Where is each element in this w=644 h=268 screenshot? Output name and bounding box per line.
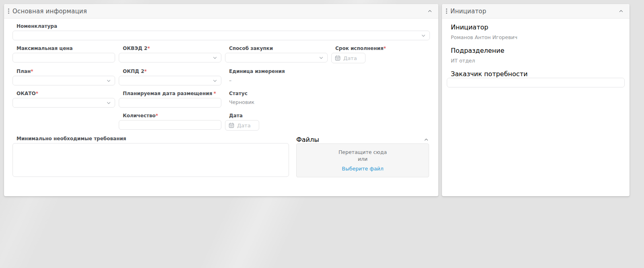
field-max-price: Максимальная цена [12, 46, 115, 63]
planned-date-input[interactable] [119, 98, 221, 108]
panel-initiator: Инициатор Инициатор Романов Антон Игорев… [442, 4, 630, 196]
field-plan: План* [12, 69, 115, 85]
date-input[interactable]: Дата [225, 120, 259, 131]
drag-handle-icon[interactable] [446, 8, 447, 14]
date-placeholder: Дата [343, 55, 357, 61]
department-label: Подразделение [451, 47, 504, 54]
purchase-method-label: Способ закупки [229, 46, 328, 51]
date-placeholder: Дата [237, 123, 251, 129]
dropzone-text-line1: Перетащите сюда [339, 149, 387, 156]
okato-label: ОКАТО* [17, 91, 115, 96]
panel-initiator-header: Инициатор [442, 4, 630, 19]
field-purchase-method: Способ закупки [225, 46, 328, 63]
min-requirements-textarea[interactable] [12, 143, 289, 177]
panel-main-info: Основная информация Номенклатура Максима… [4, 4, 438, 196]
max-price-input[interactable] [12, 53, 115, 62]
chevron-down-icon [212, 78, 218, 83]
field-okved2: ОКВЭД 2* [119, 46, 221, 63]
field-status: Статус Черновик [225, 91, 328, 108]
status-label: Статус [229, 91, 328, 96]
panel-initiator-body: Инициатор Романов Антон Игоревич Подразд… [442, 19, 630, 87]
choose-file-link[interactable]: Выберите файл [342, 166, 383, 172]
field-unit: Единица измерения – [225, 69, 328, 85]
department-value: ИТ отдел [451, 58, 625, 64]
customer-input[interactable] [447, 78, 625, 87]
date-label: Дата [229, 113, 328, 118]
field-okpd2: ОКПД 2* [119, 69, 221, 85]
okato-select[interactable] [12, 98, 115, 108]
chevron-down-icon [421, 33, 426, 38]
min-requirements-label: Минимально необходимые требования [17, 136, 289, 141]
panel-main-body: Номенклатура Максимальная цена ОКВЭД 2* [4, 19, 438, 179]
chevron-down-icon [106, 100, 111, 106]
chevron-down-icon [106, 78, 111, 83]
calendar-icon [229, 123, 234, 128]
field-customer: Заказчик потребности [447, 70, 625, 87]
files-group: Файлы Перетащите сюда или Выберите файл [296, 136, 429, 179]
field-okato: ОКАТО* [12, 91, 115, 108]
nomenclature-label: Номенклатура [17, 23, 430, 29]
execution-deadline-date-input[interactable]: Дата [331, 53, 365, 63]
field-initiator-name: Инициатор Романов Антон Игоревич [447, 23, 625, 40]
field-min-requirements: Минимально необходимые требования [12, 136, 289, 179]
dropzone-text-line2: или [358, 156, 367, 163]
field-department: Подразделение ИТ отдел [447, 47, 625, 64]
okpd2-label: ОКПД 2* [123, 69, 221, 74]
plan-select[interactable] [12, 76, 115, 85]
drag-handle-icon[interactable] [8, 8, 9, 14]
field-date: Дата Дата [225, 113, 328, 131]
panel-initiator-collapse-chevron-up-icon[interactable] [618, 8, 624, 14]
panel-main-header: Основная информация [4, 4, 438, 19]
plan-label: План* [17, 69, 115, 74]
unit-label: Единица измерения [229, 69, 328, 74]
initiator-name-value: Романов Антон Игоревич [451, 34, 625, 40]
execution-deadline-label: Срок исполнения* [335, 46, 434, 51]
quantity-label: Количество* [123, 113, 221, 118]
chevron-down-icon [318, 55, 324, 60]
okved2-label: ОКВЭД 2* [123, 46, 221, 51]
panel-main-title: Основная информация [12, 8, 427, 15]
field-nomenclature: Номенклатура [12, 23, 430, 40]
panel-initiator-title: Инициатор [450, 8, 618, 15]
okved2-select[interactable] [119, 53, 221, 62]
files-collapse-chevron-up-icon[interactable] [423, 137, 429, 143]
field-execution-deadline: Срок исполнения* Дата [331, 46, 434, 63]
chevron-down-icon [212, 55, 218, 60]
field-quantity: Количество* [119, 113, 221, 131]
quantity-input[interactable] [119, 120, 221, 130]
calendar-icon [335, 55, 341, 61]
panel-main-collapse-chevron-up-icon[interactable] [427, 8, 433, 14]
page: Основная информация Номенклатура Максима… [0, 0, 644, 268]
files-label: Файлы [296, 136, 423, 143]
max-price-label: Максимальная цена [17, 46, 115, 51]
purchase-method-select[interactable] [225, 53, 328, 62]
status-value: Черновик [229, 99, 328, 105]
file-dropzone[interactable]: Перетащите сюда или Выберите файл [296, 143, 429, 177]
field-planned-date: Планируемая дата размещения* [119, 91, 221, 108]
okpd2-select[interactable] [119, 76, 221, 85]
unit-value: – [229, 77, 328, 83]
customer-label: Заказчик потребности [451, 70, 528, 78]
nomenclature-select[interactable] [12, 31, 430, 40]
planned-date-label: Планируемая дата размещения* [123, 91, 221, 96]
initiator-name-label: Инициатор [451, 23, 488, 31]
